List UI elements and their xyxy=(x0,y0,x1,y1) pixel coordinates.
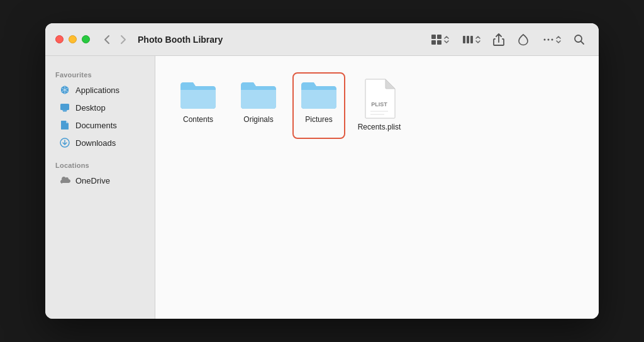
folder-contents-label: Contents xyxy=(183,115,213,125)
finder-window: Photo Booth Library xyxy=(45,23,599,319)
forward-button[interactable] xyxy=(116,33,130,46)
sidebar-item-onedrive[interactable]: OneDrive xyxy=(49,172,151,189)
close-button[interactable] xyxy=(55,35,64,43)
svg-point-8 xyxy=(548,38,550,40)
folder-item-originals[interactable]: Originals xyxy=(233,74,284,138)
search-button[interactable] xyxy=(570,31,589,48)
applications-icon xyxy=(59,84,70,96)
window-title: Photo Booth Library xyxy=(138,35,426,45)
downloads-icon xyxy=(59,137,70,148)
tag-button[interactable] xyxy=(513,31,533,48)
columns-view-button[interactable] xyxy=(458,31,484,48)
content-area: Contents Originals Pictures xyxy=(155,56,599,319)
nav-buttons xyxy=(100,33,130,46)
svg-rect-1 xyxy=(437,35,441,39)
traffic-lights xyxy=(55,35,90,43)
svg-point-9 xyxy=(552,38,553,40)
back-button[interactable] xyxy=(100,33,114,46)
main-area: Favourites Applications xyxy=(45,56,599,319)
sidebar-item-onedrive-label: OneDrive xyxy=(75,176,110,185)
file-item-recents[interactable]: PLIST Recents.plist xyxy=(354,74,404,138)
svg-rect-12 xyxy=(63,111,67,112)
folder-pictures-label: Pictures xyxy=(305,115,332,125)
minimize-button[interactable] xyxy=(69,35,77,43)
folder-item-pictures[interactable]: Pictures xyxy=(294,74,344,138)
sidebar-item-documents-label: Documents xyxy=(75,121,117,130)
sidebar: Favourites Applications xyxy=(45,56,155,319)
svg-point-10 xyxy=(575,35,582,42)
folder-originals-label: Originals xyxy=(243,115,273,125)
more-options-button[interactable] xyxy=(538,31,565,48)
folder-item-contents[interactable]: Contents xyxy=(173,74,223,138)
svg-rect-3 xyxy=(437,40,441,45)
svg-text:PLIST: PLIST xyxy=(371,101,387,108)
sidebar-item-applications[interactable]: Applications xyxy=(49,81,151,99)
desktop-icon xyxy=(59,102,70,113)
svg-rect-4 xyxy=(463,36,465,43)
sidebar-item-desktop-label: Desktop xyxy=(75,103,106,113)
sidebar-item-desktop[interactable]: Desktop xyxy=(49,99,151,116)
sidebar-item-documents[interactable]: Documents xyxy=(49,116,151,134)
file-recents-label: Recents.plist xyxy=(358,123,401,133)
svg-point-7 xyxy=(544,38,546,40)
titlebar: Photo Booth Library xyxy=(45,23,599,56)
maximize-button[interactable] xyxy=(82,35,90,43)
documents-icon xyxy=(59,119,70,131)
sidebar-item-applications-label: Applications xyxy=(75,86,119,95)
svg-rect-0 xyxy=(431,35,436,39)
share-button[interactable] xyxy=(489,31,508,48)
svg-rect-13 xyxy=(62,110,67,111)
locations-label: Locations xyxy=(45,157,155,172)
items-grid: Contents Originals Pictures xyxy=(173,74,581,138)
favourites-label: Favourites xyxy=(45,66,155,81)
onedrive-icon xyxy=(59,175,70,186)
svg-rect-2 xyxy=(431,40,436,45)
svg-rect-5 xyxy=(467,36,469,43)
svg-rect-11 xyxy=(60,104,69,110)
svg-rect-6 xyxy=(470,36,473,43)
icon-view-button[interactable] xyxy=(426,31,453,48)
sidebar-item-downloads-label: Downloads xyxy=(75,138,116,148)
sidebar-item-downloads[interactable]: Downloads xyxy=(49,134,151,152)
toolbar-right xyxy=(426,31,589,48)
